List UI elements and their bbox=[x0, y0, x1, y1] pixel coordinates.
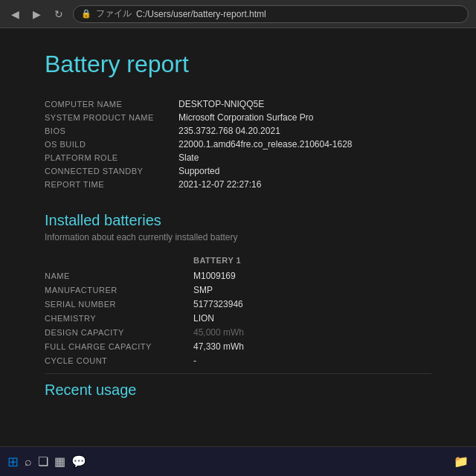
battery-data-row: SERIAL NUMBER5177323946 bbox=[45, 299, 431, 309]
info-value: DESKTOP-NNIQQ5E bbox=[178, 99, 264, 109]
info-value: 22000.1.amd64fre.co_release.210604-1628 bbox=[178, 139, 353, 149]
battery-data-row: CHEMISTRYLION bbox=[45, 313, 431, 324]
battery-row-label: CYCLE COUNT bbox=[45, 356, 193, 366]
battery-data-row: MANUFACTURERSMP bbox=[45, 285, 431, 295]
lock-icon: 🔒 bbox=[81, 9, 91, 19]
chat-button[interactable]: 💬 bbox=[71, 454, 86, 469]
info-row: OS BUILD22000.1.amd64fre.co_release.2106… bbox=[45, 139, 431, 149]
task-view-button[interactable]: ❏ bbox=[38, 454, 48, 469]
battery-row-value: SMP bbox=[193, 285, 431, 295]
battery-data-row: CYCLE COUNT- bbox=[45, 356, 431, 366]
taskbar-left: ⊞ ⌕ ❏ ▦ 💬 bbox=[7, 454, 446, 470]
system-info-table: COMPUTER NAMEDESKTOP-NNIQQ5ESYSTEM PRODU… bbox=[45, 99, 431, 190]
battery-row-label: CHEMISTRY bbox=[45, 313, 193, 324]
info-label: REPORT TIME bbox=[45, 179, 178, 190]
search-button[interactable]: ⌕ bbox=[25, 455, 32, 469]
battery-row-label: MANUFACTURER bbox=[45, 285, 193, 295]
info-label: OS BUILD bbox=[45, 139, 178, 149]
info-row: BIOS235.3732.768 04.20.2021 bbox=[45, 126, 431, 136]
info-row: SYSTEM PRODUCT NAMEMicrosoft Corporation… bbox=[45, 112, 431, 123]
back-button[interactable]: ◀ bbox=[7, 7, 23, 22]
recent-section-title: Recent usage bbox=[45, 382, 431, 399]
widgets-button[interactable]: ▦ bbox=[54, 454, 65, 469]
info-value: 2021-12-07 22:27:16 bbox=[178, 179, 261, 190]
battery-col-1-header: BATTERY 1 bbox=[193, 256, 431, 265]
taskbar: ⊞ ⌕ ❏ ▦ 💬 📁 bbox=[0, 446, 476, 476]
battery-row-value: - bbox=[193, 356, 431, 366]
batteries-subtitle: Information about each currently install… bbox=[45, 232, 431, 242]
forward-button[interactable]: ▶ bbox=[29, 7, 45, 22]
battery-row-value: LION bbox=[193, 313, 431, 324]
battery-data-row: NAMEM1009169 bbox=[45, 271, 431, 281]
info-value: 235.3732.768 04.20.2021 bbox=[178, 126, 280, 136]
battery-col-label-header bbox=[45, 256, 193, 265]
battery-data-row: DESIGN CAPACITY45,000 mWh bbox=[45, 327, 431, 338]
battery-row-value: 5177323946 bbox=[193, 299, 431, 309]
battery-row-value: 47,330 mWh bbox=[193, 341, 431, 352]
battery-row-label: NAME bbox=[45, 271, 193, 281]
recent-section-preview: Recent usage bbox=[45, 373, 431, 399]
battery-table: BATTERY 1 NAMEM1009169MANUFACTURERSMPSER… bbox=[45, 256, 431, 366]
content-area: Battery report COMPUTER NAMEDESKTOP-NNIQ… bbox=[0, 28, 476, 446]
page-title: Battery report bbox=[45, 51, 431, 78]
battery-row-value: 45,000 mWh bbox=[193, 327, 431, 338]
browser-chrome: ◀ ▶ ↻ 🔒 ファイル C:/Users/user/battery-repor… bbox=[0, 0, 476, 28]
url-text: C:/Users/user/battery-report.html bbox=[136, 9, 266, 19]
start-button[interactable]: ⊞ bbox=[7, 454, 19, 470]
battery-row-label: SERIAL NUMBER bbox=[45, 299, 193, 309]
info-label: COMPUTER NAME bbox=[45, 99, 178, 109]
refresh-button[interactable]: ↻ bbox=[51, 7, 67, 22]
battery-header-row: BATTERY 1 bbox=[45, 256, 431, 265]
battery-row-label: FULL CHARGE CAPACITY bbox=[45, 341, 193, 352]
battery-row-label: DESIGN CAPACITY bbox=[45, 327, 193, 338]
info-value: Microsoft Corporation Surface Pro bbox=[178, 112, 313, 123]
info-label: BIOS bbox=[45, 126, 178, 136]
installed-batteries-section: Installed batteries Information about ea… bbox=[45, 212, 431, 366]
batteries-section-title: Installed batteries bbox=[45, 212, 431, 229]
info-label: PLATFORM ROLE bbox=[45, 152, 178, 163]
info-label: CONNECTED STANDBY bbox=[45, 166, 178, 176]
address-bar[interactable]: 🔒 ファイル C:/Users/user/battery-report.html bbox=[73, 5, 469, 23]
info-row: COMPUTER NAMEDESKTOP-NNIQQ5E bbox=[45, 99, 431, 109]
info-row: REPORT TIME2021-12-07 22:27:16 bbox=[45, 179, 431, 190]
info-value: Supported bbox=[178, 166, 219, 176]
folder-button[interactable]: 📁 bbox=[454, 454, 469, 469]
battery-data-row: FULL CHARGE CAPACITY47,330 mWh bbox=[45, 341, 431, 352]
info-label: SYSTEM PRODUCT NAME bbox=[45, 112, 178, 123]
info-row: CONNECTED STANDBYSupported bbox=[45, 166, 431, 176]
info-row: PLATFORM ROLESlate bbox=[45, 152, 431, 163]
file-label: ファイル bbox=[96, 7, 132, 20]
info-value: Slate bbox=[178, 152, 199, 163]
battery-row-value: M1009169 bbox=[193, 271, 431, 281]
